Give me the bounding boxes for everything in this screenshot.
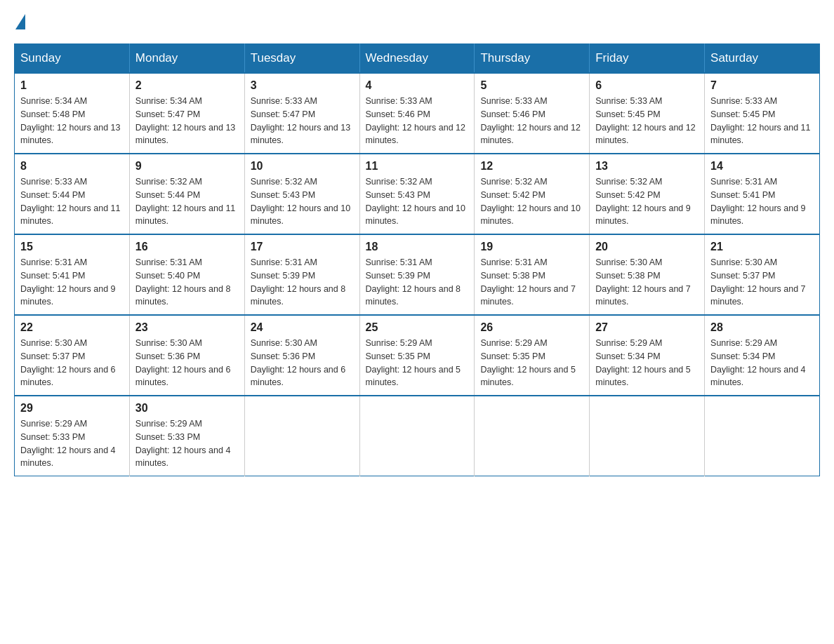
day-number: 5	[480, 79, 583, 92]
day-number: 16	[135, 241, 239, 253]
calendar-week-4: 22 Sunrise: 5:30 AMSunset: 5:37 PMDaylig…	[15, 315, 820, 396]
day-info: Sunrise: 5:31 AMSunset: 5:41 PMDaylight:…	[20, 256, 124, 309]
day-number: 25	[366, 321, 469, 334]
day-number: 2	[135, 79, 239, 92]
calendar-cell: 19 Sunrise: 5:31 AMSunset: 5:38 PMDaylig…	[475, 234, 590, 315]
day-number: 17	[251, 241, 354, 253]
day-info: Sunrise: 5:29 AMSunset: 5:34 PMDaylight:…	[710, 337, 814, 389]
calendar-cell: 14 Sunrise: 5:31 AMSunset: 5:41 PMDaylig…	[705, 154, 820, 234]
day-number: 9	[135, 160, 239, 173]
calendar-cell: 21 Sunrise: 5:30 AMSunset: 5:37 PMDaylig…	[705, 234, 820, 315]
day-info: Sunrise: 5:30 AMSunset: 5:37 PMDaylight:…	[710, 256, 814, 309]
day-info: Sunrise: 5:31 AMSunset: 5:38 PMDaylight:…	[480, 256, 583, 309]
day-info: Sunrise: 5:33 AMSunset: 5:45 PMDaylight:…	[595, 95, 699, 147]
calendar-header-wednesday: Wednesday	[359, 44, 475, 74]
calendar-cell: 17 Sunrise: 5:31 AMSunset: 5:39 PMDaylig…	[244, 234, 359, 315]
calendar-cell	[475, 396, 590, 476]
logo-triangle-icon	[15, 14, 25, 29]
calendar-cell: 15 Sunrise: 5:31 AMSunset: 5:41 PMDaylig…	[15, 234, 130, 315]
day-info: Sunrise: 5:30 AMSunset: 5:36 PMDaylight:…	[251, 337, 354, 389]
day-number: 19	[480, 241, 583, 253]
calendar-cell: 26 Sunrise: 5:29 AMSunset: 5:35 PMDaylig…	[475, 315, 590, 396]
day-number: 27	[595, 321, 699, 334]
day-info: Sunrise: 5:32 AMSunset: 5:42 PMDaylight:…	[595, 175, 699, 228]
day-info: Sunrise: 5:31 AMSunset: 5:39 PMDaylight:…	[366, 256, 469, 309]
day-number: 4	[366, 79, 469, 92]
calendar-cell: 8 Sunrise: 5:33 AMSunset: 5:44 PMDayligh…	[15, 154, 130, 234]
calendar-cell: 5 Sunrise: 5:33 AMSunset: 5:46 PMDayligh…	[475, 73, 590, 154]
calendar-cell	[359, 396, 475, 476]
calendar-cell: 7 Sunrise: 5:33 AMSunset: 5:45 PMDayligh…	[705, 73, 820, 154]
calendar-header-saturday: Saturday	[705, 44, 820, 74]
calendar-week-1: 1 Sunrise: 5:34 AMSunset: 5:48 PMDayligh…	[15, 73, 820, 154]
day-number: 3	[251, 79, 354, 92]
calendar-cell: 22 Sunrise: 5:30 AMSunset: 5:37 PMDaylig…	[15, 315, 130, 396]
day-info: Sunrise: 5:29 AMSunset: 5:33 PMDaylight:…	[20, 417, 124, 470]
day-number: 18	[366, 241, 469, 253]
day-info: Sunrise: 5:31 AMSunset: 5:41 PMDaylight:…	[710, 175, 814, 228]
calendar-cell: 9 Sunrise: 5:32 AMSunset: 5:44 PMDayligh…	[129, 154, 244, 234]
calendar-cell: 27 Sunrise: 5:29 AMSunset: 5:34 PMDaylig…	[590, 315, 705, 396]
day-info: Sunrise: 5:32 AMSunset: 5:43 PMDaylight:…	[251, 175, 354, 228]
calendar-cell: 16 Sunrise: 5:31 AMSunset: 5:40 PMDaylig…	[129, 234, 244, 315]
day-number: 20	[595, 241, 699, 253]
calendar-cell	[244, 396, 359, 476]
day-info: Sunrise: 5:31 AMSunset: 5:39 PMDaylight:…	[251, 256, 354, 309]
day-number: 30	[135, 402, 239, 415]
day-info: Sunrise: 5:32 AMSunset: 5:42 PMDaylight:…	[480, 175, 583, 228]
day-number: 1	[20, 79, 124, 92]
day-info: Sunrise: 5:33 AMSunset: 5:45 PMDaylight:…	[710, 95, 814, 147]
calendar-header-tuesday: Tuesday	[244, 44, 359, 74]
calendar-cell: 23 Sunrise: 5:30 AMSunset: 5:36 PMDaylig…	[129, 315, 244, 396]
calendar-header-friday: Friday	[590, 44, 705, 74]
day-number: 28	[710, 321, 814, 334]
day-number: 13	[595, 160, 699, 173]
calendar-table: SundayMondayTuesdayWednesdayThursdayFrid…	[14, 43, 820, 476]
day-number: 11	[366, 160, 469, 173]
calendar-header-sunday: Sunday	[15, 44, 130, 74]
day-number: 7	[710, 79, 814, 92]
calendar-cell: 29 Sunrise: 5:29 AMSunset: 5:33 PMDaylig…	[15, 396, 130, 476]
calendar-week-2: 8 Sunrise: 5:33 AMSunset: 5:44 PMDayligh…	[15, 154, 820, 234]
day-info: Sunrise: 5:32 AMSunset: 5:43 PMDaylight:…	[366, 175, 469, 228]
calendar-week-3: 15 Sunrise: 5:31 AMSunset: 5:41 PMDaylig…	[15, 234, 820, 315]
day-number: 22	[20, 321, 124, 334]
calendar-cell: 25 Sunrise: 5:29 AMSunset: 5:35 PMDaylig…	[359, 315, 475, 396]
calendar-cell: 11 Sunrise: 5:32 AMSunset: 5:43 PMDaylig…	[359, 154, 475, 234]
day-number: 10	[251, 160, 354, 173]
logo	[14, 14, 27, 29]
day-info: Sunrise: 5:29 AMSunset: 5:35 PMDaylight:…	[366, 337, 469, 389]
day-number: 23	[135, 321, 239, 334]
calendar-cell: 3 Sunrise: 5:33 AMSunset: 5:47 PMDayligh…	[244, 73, 359, 154]
calendar-cell	[705, 396, 820, 476]
calendar-cell: 12 Sunrise: 5:32 AMSunset: 5:42 PMDaylig…	[475, 154, 590, 234]
calendar-cell: 28 Sunrise: 5:29 AMSunset: 5:34 PMDaylig…	[705, 315, 820, 396]
day-number: 24	[251, 321, 354, 334]
calendar-week-5: 29 Sunrise: 5:29 AMSunset: 5:33 PMDaylig…	[15, 396, 820, 476]
day-info: Sunrise: 5:33 AMSunset: 5:44 PMDaylight:…	[20, 175, 124, 228]
page-header	[14, 14, 820, 29]
calendar-cell: 24 Sunrise: 5:30 AMSunset: 5:36 PMDaylig…	[244, 315, 359, 396]
day-info: Sunrise: 5:29 AMSunset: 5:34 PMDaylight:…	[595, 337, 699, 389]
day-number: 6	[595, 79, 699, 92]
calendar-header-thursday: Thursday	[475, 44, 590, 74]
calendar-cell: 1 Sunrise: 5:34 AMSunset: 5:48 PMDayligh…	[15, 73, 130, 154]
calendar-cell: 13 Sunrise: 5:32 AMSunset: 5:42 PMDaylig…	[590, 154, 705, 234]
calendar-cell: 18 Sunrise: 5:31 AMSunset: 5:39 PMDaylig…	[359, 234, 475, 315]
calendar-cell: 2 Sunrise: 5:34 AMSunset: 5:47 PMDayligh…	[129, 73, 244, 154]
calendar-cell	[590, 396, 705, 476]
day-number: 12	[480, 160, 583, 173]
day-number: 14	[710, 160, 814, 173]
calendar-cell: 30 Sunrise: 5:29 AMSunset: 5:33 PMDaylig…	[129, 396, 244, 476]
day-info: Sunrise: 5:33 AMSunset: 5:46 PMDaylight:…	[366, 95, 469, 147]
day-info: Sunrise: 5:33 AMSunset: 5:47 PMDaylight:…	[251, 95, 354, 147]
day-info: Sunrise: 5:30 AMSunset: 5:37 PMDaylight:…	[20, 337, 124, 389]
day-number: 26	[480, 321, 583, 334]
day-info: Sunrise: 5:29 AMSunset: 5:35 PMDaylight:…	[480, 337, 583, 389]
day-number: 15	[20, 241, 124, 253]
calendar-cell: 6 Sunrise: 5:33 AMSunset: 5:45 PMDayligh…	[590, 73, 705, 154]
day-info: Sunrise: 5:34 AMSunset: 5:47 PMDaylight:…	[135, 95, 239, 147]
day-number: 29	[20, 402, 124, 415]
calendar-cell: 10 Sunrise: 5:32 AMSunset: 5:43 PMDaylig…	[244, 154, 359, 234]
day-info: Sunrise: 5:31 AMSunset: 5:40 PMDaylight:…	[135, 256, 239, 309]
